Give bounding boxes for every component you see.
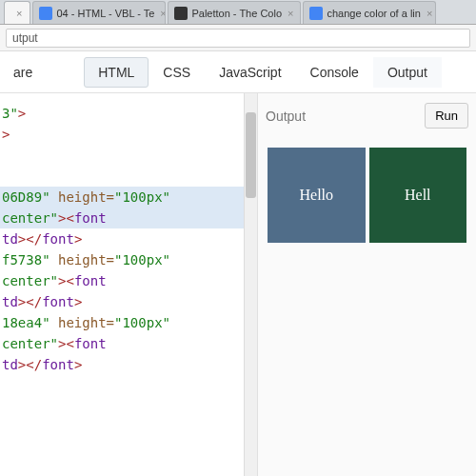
workspace: 3"> > 06D89" height="100px" center"><fon… [0, 93, 476, 476]
tab-label: change color of a lin [327, 8, 420, 19]
share-button[interactable]: are [8, 65, 38, 80]
favicon-icon [309, 7, 323, 20]
code-text: font [42, 231, 74, 247]
browser-tab[interactable]: change color of a lin × [303, 1, 436, 24]
code-text: td [2, 294, 18, 309]
code-text: height= [50, 252, 114, 268]
code-text: > [74, 294, 82, 309]
scrollbar[interactable] [244, 93, 257, 476]
run-button[interactable]: Run [425, 103, 468, 129]
code-text: center" [2, 210, 58, 226]
editor-toolbar: are HTML CSS JavaScript Console Output [0, 51, 476, 93]
close-icon[interactable]: × [16, 8, 22, 19]
panel-tabs: HTML CSS JavaScript Console Output [84, 57, 442, 88]
output-table: Hello Hell [268, 148, 466, 243]
code-text: >< [58, 273, 74, 288]
tab-html[interactable]: HTML [84, 57, 149, 88]
output-cell: Hell [369, 148, 467, 243]
code-text: > [2, 127, 10, 142]
code-text: font [74, 273, 107, 288]
close-icon[interactable]: × [160, 8, 166, 19]
code-editor[interactable]: 3"> > 06D89" height="100px" center"><fon… [0, 93, 257, 476]
output-pane: Output Run Hello Hell [257, 93, 476, 476]
scrollbar-thumb[interactable] [246, 112, 256, 198]
code-text: center" [2, 273, 58, 288]
code-text: 06D89" [2, 189, 50, 205]
code-text: "100px" [114, 252, 170, 268]
code-text: >< [58, 210, 74, 226]
tab-console[interactable]: Console [296, 57, 373, 88]
close-icon[interactable]: × [288, 8, 293, 19]
code-text: "100px" [114, 189, 170, 205]
code-text: font [74, 210, 107, 226]
code-text: ></ [18, 357, 42, 372]
output-header: Output Run [258, 93, 476, 138]
output-body: Hello Hell [258, 138, 476, 252]
code-text: font [74, 336, 107, 351]
address-bar [0, 25, 476, 51]
close-icon[interactable]: × [426, 8, 432, 19]
code-text: height= [50, 315, 114, 330]
code-text: f5738" [2, 252, 50, 268]
code-text: ></ [18, 294, 42, 309]
code-text: > [18, 106, 26, 121]
browser-tab[interactable]: Paletton - The Colo × [168, 1, 301, 24]
favicon-icon [174, 7, 188, 20]
browser-tab-strip: × 04 - HTML - VBL - Te × Paletton - The … [0, 0, 476, 25]
code-text: height= [50, 189, 114, 205]
output-cell: Hello [268, 148, 366, 243]
tab-output[interactable]: Output [373, 57, 442, 88]
code-text: center" [2, 336, 58, 351]
code-text: td [2, 231, 18, 247]
code-text: >< [58, 336, 74, 351]
code-text: 18ea4" [2, 315, 50, 330]
code-text: > [74, 231, 82, 247]
code-text: font [42, 357, 74, 372]
code-text: font [42, 294, 74, 309]
browser-tab[interactable]: 04 - HTML - VBL - Te × [32, 1, 166, 24]
tab-css[interactable]: CSS [149, 57, 205, 88]
output-title: Output [266, 109, 306, 124]
tab-javascript[interactable]: JavaScript [205, 57, 295, 88]
url-input[interactable] [6, 29, 470, 48]
code-text: > [74, 357, 82, 372]
code-text: td [2, 357, 18, 372]
tab-label: 04 - HTML - VBL - Te [56, 8, 154, 19]
browser-tab[interactable]: × [4, 1, 30, 24]
code-text: 3" [2, 106, 18, 121]
favicon-icon [39, 7, 52, 20]
tab-label: Paletton - The Colo [191, 8, 282, 19]
code-text: "100px" [114, 315, 170, 330]
code-text: ></ [18, 231, 42, 247]
